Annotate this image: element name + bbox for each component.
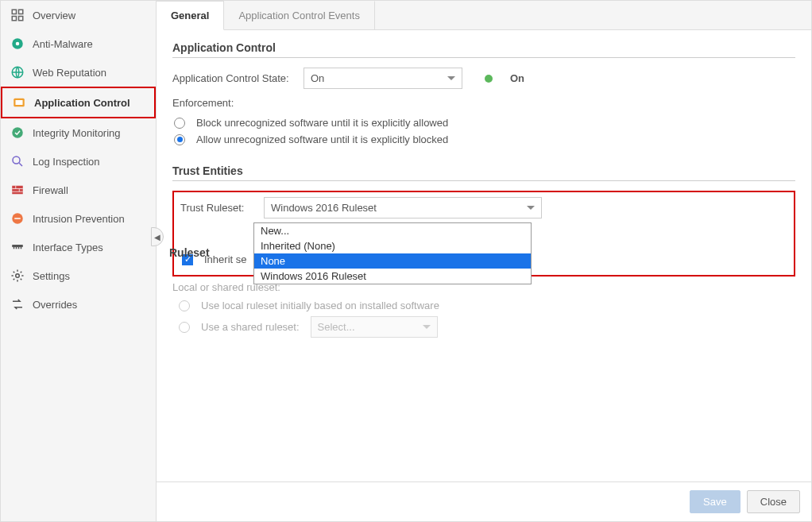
sidebar: Overview Anti-Malware Web Reputation App… <box>1 1 157 521</box>
trust-ruleset-select[interactable]: Windows 2016 Ruleset <box>264 197 542 218</box>
sidebar-item-label: Web Reputation <box>33 67 106 79</box>
sidebar-item-interfacetypes[interactable]: Interface Types <box>1 233 156 261</box>
sidebar-item-label: Intrusion Prevention <box>33 213 125 225</box>
svg-rect-22 <box>18 247 20 249</box>
trust-ruleset-dropdown: New... Inherited (None) None Windows 201… <box>253 222 532 284</box>
sidebar-item-antimalware[interactable]: Anti-Malware <box>1 29 156 58</box>
svg-rect-2 <box>12 17 16 21</box>
state-select[interactable]: On <box>304 68 462 89</box>
svg-rect-1 <box>19 10 23 14</box>
main-panel: General Application Control Events Appli… <box>157 1 811 521</box>
radio-allow[interactable] <box>174 134 185 145</box>
enforcement-label: Enforcement: <box>172 97 296 109</box>
close-button[interactable]: Close <box>747 490 800 513</box>
gear-icon <box>10 269 25 283</box>
integrity-icon <box>10 126 25 140</box>
ruleset-heading: Ruleset <box>169 246 210 259</box>
state-label: Application Control State: <box>172 72 296 84</box>
section-app-control-title: Application Control <box>172 41 795 58</box>
tab-general[interactable]: General <box>157 1 224 30</box>
chevron-down-icon <box>423 325 431 329</box>
svg-rect-3 <box>19 17 23 21</box>
sidebar-item-label: Anti-Malware <box>33 38 93 50</box>
inherit-label-partial: Inherit se <box>204 253 246 265</box>
dd-item-new[interactable]: New... <box>254 223 531 238</box>
svg-point-9 <box>12 127 23 138</box>
state-select-value: On <box>311 72 324 84</box>
sidebar-item-overview[interactable]: Overview <box>1 1 156 29</box>
overview-icon <box>10 8 25 22</box>
sidebar-item-loginspection[interactable]: Log Inspection <box>1 147 156 176</box>
dd-item-inherited[interactable]: Inherited (None) <box>254 238 531 253</box>
sidebar-item-label: Integrity Monitoring <box>33 127 121 139</box>
radio-allow-label: Allow unrecognized software until it is … <box>196 133 448 145</box>
trust-ruleset-label: Trust Ruleset: <box>180 202 256 214</box>
content: Application Control Application Control … <box>157 30 811 481</box>
sidebar-item-label: Application Control <box>34 97 130 109</box>
tabs: General Application Control Events <box>157 1 811 30</box>
svg-rect-23 <box>21 247 22 249</box>
sidebar-item-label: Firewall <box>33 184 68 196</box>
dd-item-windows2016[interactable]: Windows 2016 Ruleset <box>254 269 531 284</box>
sidebar-item-label: Settings <box>33 270 70 282</box>
radio-block[interactable] <box>174 118 185 129</box>
svg-point-10 <box>13 157 20 164</box>
svg-rect-19 <box>12 245 23 247</box>
svg-rect-21 <box>16 247 17 249</box>
trust-ruleset-value: Windows 2016 Ruleset <box>271 202 377 214</box>
intrusion-icon <box>10 211 25 226</box>
sidebar-item-label: Overview <box>33 10 75 21</box>
section-trust-title: Trust Entities <box>172 164 795 181</box>
interface-icon <box>10 240 25 254</box>
sidebar-item-label: Interface Types <box>33 242 103 253</box>
radio-shared-label: Use a shared ruleset: <box>201 321 300 333</box>
status-indicator <box>485 75 493 83</box>
globe-icon <box>10 65 25 79</box>
svg-rect-18 <box>14 218 21 219</box>
sidebar-item-intrusion[interactable]: Intrusion Prevention <box>1 204 156 233</box>
sidebar-item-appcontrol[interactable]: Application Control <box>1 87 156 118</box>
tab-app-control-events[interactable]: Application Control Events <box>224 1 374 29</box>
svg-rect-0 <box>12 10 16 14</box>
overrides-icon <box>10 297 25 311</box>
radio-local-label: Use local ruleset initially based on ins… <box>201 300 439 311</box>
radio-local-ruleset <box>179 300 190 311</box>
shared-ruleset-placeholder: Select... <box>318 321 355 333</box>
svg-point-5 <box>16 42 20 46</box>
sidebar-item-label: Overrides <box>33 299 77 311</box>
shared-ruleset-select: Select... <box>311 316 438 338</box>
svg-point-24 <box>16 274 20 278</box>
firewall-icon <box>10 183 25 197</box>
app-control-icon <box>12 95 26 110</box>
svg-rect-20 <box>14 247 15 249</box>
chevron-down-icon <box>447 76 455 80</box>
svg-rect-12 <box>12 186 23 195</box>
sidebar-item-firewall[interactable]: Firewall <box>1 176 156 204</box>
sidebar-item-integrity[interactable]: Integrity Monitoring <box>1 118 156 147</box>
sidebar-item-overrides[interactable]: Overrides <box>1 290 156 319</box>
save-button[interactable]: Save <box>690 490 740 513</box>
biohazard-icon <box>10 37 25 51</box>
footer: Save Close <box>157 481 811 521</box>
chevron-down-icon <box>527 206 535 210</box>
sidebar-item-webreputation[interactable]: Web Reputation <box>1 58 156 87</box>
dd-item-none[interactable]: None <box>254 253 531 269</box>
state-status-text: On <box>510 72 524 84</box>
svg-line-11 <box>19 163 22 166</box>
log-icon <box>10 154 25 168</box>
sidebar-item-label: Log Inspection <box>33 156 100 168</box>
trust-ruleset-highlight-box: Trust Ruleset: Windows 2016 Ruleset New.… <box>172 191 795 276</box>
radio-shared-ruleset <box>179 322 190 333</box>
svg-rect-8 <box>16 100 23 105</box>
radio-block-label: Block unrecognized software until it is … <box>196 117 448 129</box>
sidebar-item-settings[interactable]: Settings <box>1 261 156 290</box>
